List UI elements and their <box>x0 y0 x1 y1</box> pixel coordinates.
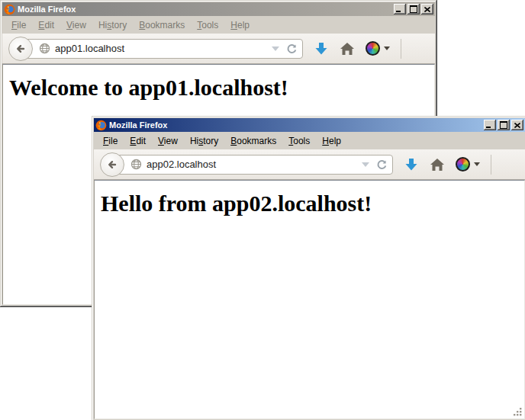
download-button[interactable] <box>404 157 419 172</box>
maximize-icon <box>500 121 507 129</box>
color-wheel-addon-icon <box>456 157 470 172</box>
home-icon <box>430 158 445 172</box>
menu-button[interactable] <box>502 159 519 171</box>
back-button[interactable] <box>100 152 124 177</box>
close-icon <box>514 123 520 128</box>
download-arrow-icon <box>314 41 329 56</box>
page-content-app02: Hello from app02.localhost! <box>94 180 525 419</box>
page-heading: Hello from app02.localhost! <box>101 191 524 216</box>
url-bar[interactable]: app02.localhost <box>111 155 393 175</box>
menu-file[interactable]: File <box>5 18 32 33</box>
page-heading: Welcome to app01.localhost! <box>9 75 434 101</box>
home-icon <box>340 42 355 56</box>
menu-bookmarks[interactable]: Bookmarks <box>133 18 191 33</box>
toolbar-separator <box>401 39 401 59</box>
menu-edit[interactable]: Edit <box>124 133 152 149</box>
site-identity-globe-icon <box>39 43 50 54</box>
urlbar-dropdown-icon[interactable] <box>272 46 279 51</box>
menu-bar: File Edit View History Bookmarks Tools H… <box>2 17 435 34</box>
menu-tools[interactable]: Tools <box>282 133 316 149</box>
menu-bookmarks[interactable]: Bookmarks <box>224 133 282 149</box>
menu-help[interactable]: Help <box>316 133 347 149</box>
menu-history[interactable]: History <box>92 18 133 33</box>
maximize-icon <box>410 5 417 13</box>
reload-icon[interactable] <box>375 159 388 171</box>
minimize-button[interactable] <box>394 4 406 14</box>
addon-dropdown-caret-icon <box>474 162 480 166</box>
color-wheel-addon-icon <box>366 41 380 56</box>
titlebar[interactable]: Mozilla Firefox <box>94 118 525 132</box>
close-button[interactable] <box>511 120 523 130</box>
menu-bar: File Edit View History Bookmarks Tools H… <box>94 133 525 149</box>
download-button[interactable] <box>314 41 329 56</box>
firefox-logo-icon <box>4 4 15 15</box>
window-title: Mozilla Firefox <box>18 5 392 14</box>
menu-view[interactable]: View <box>60 18 92 33</box>
firefox-logo-icon <box>95 120 107 131</box>
back-arrow-icon <box>14 43 27 55</box>
minimize-button[interactable] <box>484 120 496 130</box>
maximize-button[interactable] <box>498 120 510 130</box>
menu-history[interactable]: History <box>184 133 224 149</box>
window-title: Mozilla Firefox <box>109 120 482 130</box>
minimize-icon <box>396 11 401 12</box>
navigation-toolbar: app02.localhost <box>94 149 525 180</box>
home-button[interactable] <box>340 42 355 56</box>
menu-button[interactable] <box>412 43 429 55</box>
maximize-button[interactable] <box>407 4 420 14</box>
addon-button[interactable] <box>366 41 390 56</box>
back-arrow-icon <box>106 159 118 171</box>
titlebar[interactable]: Mozilla Firefox <box>2 2 435 16</box>
addon-button[interactable] <box>456 157 480 172</box>
menu-view[interactable]: View <box>152 133 184 149</box>
urlbar-dropdown-icon[interactable] <box>362 162 369 167</box>
reload-icon[interactable] <box>285 43 298 55</box>
resize-grip[interactable] <box>512 406 523 417</box>
close-button[interactable] <box>421 4 433 14</box>
download-arrow-icon <box>404 157 419 172</box>
menu-tools[interactable]: Tools <box>191 18 224 33</box>
desktop: Mozilla Firefox File Edit View History B… <box>0 0 525 420</box>
minimize-icon <box>486 127 491 128</box>
menu-edit[interactable]: Edit <box>32 18 60 33</box>
close-icon <box>424 7 430 12</box>
firefox-window-app02[interactable]: Mozilla Firefox File Edit View History B… <box>92 116 525 420</box>
toolbar-separator <box>491 155 491 175</box>
navigation-toolbar: app01.localhost <box>2 34 435 64</box>
home-button[interactable] <box>430 158 445 172</box>
menu-file[interactable]: File <box>97 133 124 149</box>
addon-dropdown-caret-icon <box>384 46 390 50</box>
url-value[interactable]: app01.localhost <box>55 43 269 54</box>
url-bar[interactable]: app01.localhost <box>20 39 303 59</box>
site-identity-globe-icon <box>130 159 142 170</box>
menu-help[interactable]: Help <box>224 18 256 33</box>
url-value[interactable]: app02.localhost <box>147 159 359 170</box>
back-button[interactable] <box>8 37 33 61</box>
